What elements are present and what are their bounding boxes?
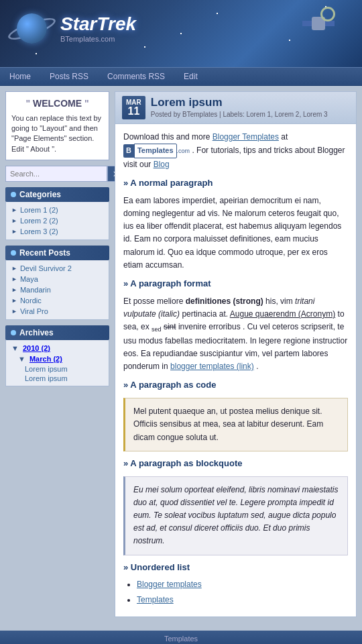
archive-post-item: Lorem ipsum xyxy=(6,364,109,374)
post-title-area: Lorem ipsum Posted by BTemplates | Label… xyxy=(151,96,349,118)
welcome-text: You can replace this text by going to "L… xyxy=(11,113,103,155)
list-item: ► Devil Survivor 2 xyxy=(6,263,109,274)
pf-invenire: invenire erroribus xyxy=(178,322,241,331)
welcome-title: " WELCOME " xyxy=(11,97,103,111)
section-normal-paragraph-heading: » A normal paragraph xyxy=(123,176,348,191)
btemplates-logo: BTemplates.com xyxy=(123,144,190,158)
ul-item-link-2[interactable]: Templates xyxy=(137,595,174,604)
section-unordered-heading: » Unordered list xyxy=(123,561,348,575)
arrow-icon: ► xyxy=(11,265,17,272)
footer: Templates xyxy=(0,631,362,644)
post-title: Lorem ipsum xyxy=(151,96,349,109)
recent-posts-list: ► Devil Survivor 2 ► Maya ► Mandarin ► N… xyxy=(5,260,109,320)
section-blockquote-heading: » A paragraph as blockquote xyxy=(123,457,348,471)
arrow-icon: ► xyxy=(11,207,17,213)
pf-pertinacia: pertinacia at. xyxy=(182,309,229,319)
recent-post-link-5[interactable]: Viral Pro xyxy=(20,307,48,315)
sat-panel-right xyxy=(325,21,335,26)
categories-header: Categories xyxy=(5,187,109,202)
pf-his-vim: his, vim xyxy=(265,297,295,306)
archives-section: Archives ▼ 2010 (2) ▼ March (2) Lorem ip… xyxy=(5,325,109,386)
archive-year-link-2010[interactable]: 2010 (2) xyxy=(23,344,50,352)
recent-post-link-1[interactable]: Devil Survivor 2 xyxy=(20,264,72,272)
list-item: ► Viral Pro xyxy=(6,306,109,317)
header-banner: StarTrek BTemplates.com xyxy=(0,0,362,67)
list-item: ► Lorem 2 (2) xyxy=(6,215,109,226)
categories-section: Categories ► Lorem 1 (2) ► Lorem 2 (2) ►… xyxy=(5,187,109,240)
post-date: Mar 11 xyxy=(122,96,145,119)
btemplates-b: B xyxy=(123,144,134,158)
btemplates-com: .com xyxy=(177,146,190,156)
pf-strike: sint xyxy=(164,322,176,331)
section-code-heading: » A paragraph as code xyxy=(123,378,348,392)
category-link-3[interactable]: Lorem 3 (2) xyxy=(20,227,58,235)
list-item: ► Lorem 1 (2) xyxy=(6,205,109,215)
site-title: StarTrek xyxy=(60,13,136,35)
main-content: Mar 11 Lorem ipsum Posted by BTemplates … xyxy=(115,91,357,625)
satellite xyxy=(302,7,335,40)
content-wrapper: " WELCOME " You can replace this text by… xyxy=(0,86,362,631)
list-item: Templates xyxy=(137,594,348,606)
nav-comments-rss[interactable]: Comments RSS xyxy=(98,68,174,85)
code-text: Mel putent quaeque an, ut postea melius … xyxy=(133,407,323,441)
nav-posts-rss[interactable]: Posts RSS xyxy=(40,68,98,85)
sat-dish xyxy=(320,7,335,21)
blog-post: Mar 11 Lorem ipsum Posted by BTemplates … xyxy=(115,91,357,617)
blogger-templates-link[interactable]: Blogger Templates xyxy=(213,132,279,142)
recent-posts-section: Recent Posts ► Devil Survivor 2 ► Maya ►… xyxy=(5,246,109,320)
recent-posts-label: Recent Posts xyxy=(19,248,70,258)
unordered-list: Blogger templates Templates xyxy=(123,578,348,606)
post-body: Download this and more Blogger Templates… xyxy=(115,124,356,616)
year-toggle-icon[interactable]: ▼ xyxy=(11,344,19,352)
archive-year-item: ▼ 2010 (2) xyxy=(6,343,109,354)
code-block: Mel putent quaeque an, ut postea melius … xyxy=(123,398,348,451)
list-item: ► Maya xyxy=(6,274,109,284)
recent-post-link-2[interactable]: Maya xyxy=(20,275,38,283)
btemplates-templates: Templates xyxy=(134,144,177,158)
planet xyxy=(17,13,47,44)
search-input[interactable] xyxy=(5,166,107,182)
footer-text: Templates xyxy=(164,635,198,643)
recent-post-link-4[interactable]: Nordic xyxy=(20,297,42,305)
month-toggle-icon[interactable]: ▼ xyxy=(18,355,25,363)
quote-open: " xyxy=(25,98,30,109)
ul-item-link-1[interactable]: Blogger templates xyxy=(137,580,202,589)
pf-intro: Et posse meliore xyxy=(123,297,186,306)
blogger-templates-inline-link[interactable]: blogger templates (link) xyxy=(170,362,254,371)
pf-acronym: Augue quaerendm (Acronym) xyxy=(230,309,335,319)
post-meta: Posted by BTemplates | Labels: Lorem 1, … xyxy=(151,111,349,118)
archive-month-item: ▼ March (2) xyxy=(6,354,109,364)
arrow-icon: ► xyxy=(11,308,17,315)
arrow-icon: ► xyxy=(11,276,17,282)
archives-label: Archives xyxy=(19,328,54,337)
archives-list: ▼ 2010 (2) ▼ March (2) Lorem ipsum Lorem… xyxy=(5,340,109,386)
recent-post-link-3[interactable]: Mandarin xyxy=(20,286,51,294)
nav-edit[interactable]: Edit xyxy=(174,68,207,85)
categories-dot xyxy=(11,192,16,197)
nav-home[interactable]: Home xyxy=(0,68,40,85)
archive-post-link-2[interactable]: Lorem ipsum xyxy=(25,374,68,382)
search-box: ➤ xyxy=(5,166,109,182)
download-intro-paragraph: Download this and more Blogger Templates… xyxy=(123,131,348,171)
post-header: Mar 11 Lorem ipsum Posted by BTemplates … xyxy=(115,92,356,124)
header-title-block: StarTrek BTemplates.com xyxy=(60,13,136,43)
sidebar: " WELCOME " You can replace this text by… xyxy=(5,91,109,625)
welcome-label: WELCOME xyxy=(33,98,82,109)
category-link-2[interactable]: Lorem 2 (2) xyxy=(20,217,58,225)
download-text: Download this and more xyxy=(123,132,210,142)
archive-month-link-march[interactable]: March (2) xyxy=(29,355,62,363)
archives-header: Archives xyxy=(5,325,109,340)
archive-post-link-1[interactable]: Lorem ipsum xyxy=(25,365,68,373)
pf-period: . xyxy=(256,362,258,371)
quote-close: " xyxy=(84,98,89,109)
archive-post-item: Lorem ipsum xyxy=(6,374,109,383)
category-link-1[interactable]: Lorem 1 (2) xyxy=(20,206,58,214)
categories-list: ► Lorem 1 (2) ► Lorem 2 (2) ► Lorem 3 (2… xyxy=(5,202,109,240)
list-item: ► Mandarin xyxy=(6,284,109,295)
recent-dot xyxy=(11,250,16,256)
section-paragraph-format-heading: » A paragraph format xyxy=(123,277,348,291)
normal-paragraph-text: Ea eam labores imperdiet, apeirian democ… xyxy=(123,195,348,272)
pf-bold: definitiones (strong) xyxy=(186,297,263,306)
blog-link[interactable]: Blog xyxy=(154,160,170,169)
sat-panel-left xyxy=(302,21,312,26)
